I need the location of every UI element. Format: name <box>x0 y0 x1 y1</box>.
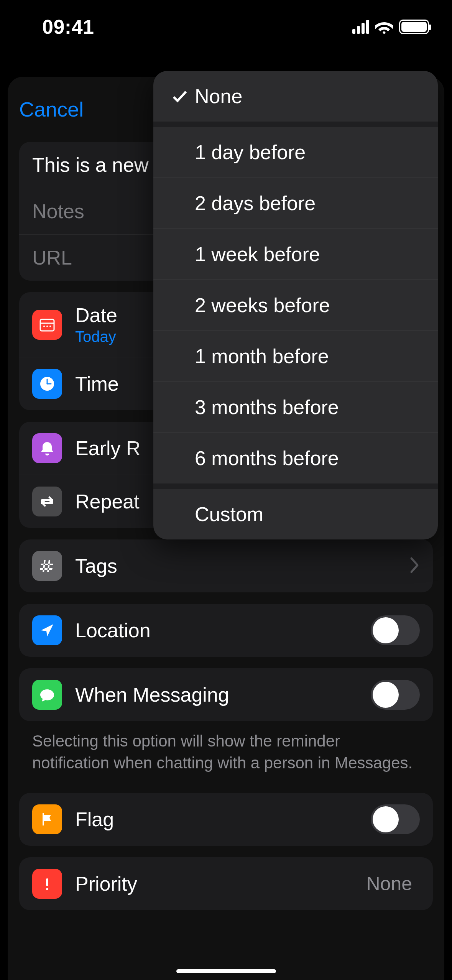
battery-icon <box>399 20 429 34</box>
priority-label: Priority <box>75 872 366 895</box>
location-row: Location <box>19 604 433 657</box>
messaging-label: When Messaging <box>75 683 371 706</box>
priority-group: Priority None <box>19 857 433 910</box>
cancel-button[interactable]: Cancel <box>19 97 84 121</box>
menu-option-label: 1 month before <box>195 345 329 368</box>
location-toggle[interactable] <box>371 615 420 645</box>
menu-option-1-month[interactable]: 1 month before <box>153 331 438 381</box>
messaging-footer-text: Selecting this option will show the remi… <box>19 721 433 774</box>
priority-value: None <box>366 873 412 895</box>
date-label: Date <box>75 304 117 327</box>
home-indicator[interactable] <box>176 969 276 973</box>
menu-option-label: Custom <box>195 503 263 526</box>
tags-label: Tags <box>75 554 409 577</box>
messages-icon <box>32 680 62 710</box>
messaging-group: When Messaging <box>19 668 433 721</box>
svg-point-9 <box>46 888 48 890</box>
menu-option-1-day[interactable]: 1 day before <box>153 127 438 178</box>
menu-option-1-week[interactable]: 1 week before <box>153 229 438 280</box>
flag-icon <box>32 804 62 834</box>
date-value: Today <box>75 328 117 345</box>
early-reminder-menu: None 1 day before 2 days before 1 week b… <box>153 71 438 539</box>
menu-option-label: None <box>195 85 242 108</box>
clock-icon <box>32 369 62 399</box>
tags-group: Tags <box>19 539 433 592</box>
screen: 09:41 Cancel This is a new Notes URL <box>0 0 452 980</box>
menu-option-2-weeks[interactable]: 2 weeks before <box>153 280 438 331</box>
menu-option-label: 6 months before <box>195 447 339 470</box>
menu-option-3-months[interactable]: 3 months before <box>153 382 438 432</box>
url-input[interactable]: URL <box>32 246 72 269</box>
location-arrow-icon <box>32 615 62 645</box>
menu-option-6-months[interactable]: 6 months before <box>153 433 438 483</box>
status-time: 09:41 <box>42 15 94 38</box>
menu-option-2-days[interactable]: 2 days before <box>153 178 438 229</box>
messaging-row: When Messaging <box>19 668 433 721</box>
svg-rect-0 <box>40 319 54 331</box>
calendar-icon <box>32 310 62 340</box>
repeat-icon <box>32 487 62 516</box>
tags-row[interactable]: Tags <box>19 539 433 592</box>
flag-group: Flag <box>19 793 433 846</box>
status-indicators <box>352 20 429 34</box>
messaging-toggle[interactable] <box>371 680 420 710</box>
menu-option-label: 1 week before <box>195 243 320 266</box>
priority-row[interactable]: Priority None <box>19 857 433 910</box>
svg-point-4 <box>49 326 51 327</box>
flag-label: Flag <box>75 808 371 831</box>
svg-point-3 <box>46 326 48 327</box>
hash-icon <box>32 551 62 581</box>
menu-option-custom[interactable]: Custom <box>153 489 438 539</box>
flag-row: Flag <box>19 793 433 846</box>
svg-point-2 <box>43 326 45 327</box>
menu-option-label: 3 months before <box>195 396 339 419</box>
notes-input[interactable]: Notes <box>32 200 84 223</box>
menu-option-label: 2 days before <box>195 192 316 215</box>
location-group: Location <box>19 604 433 657</box>
wifi-icon <box>375 20 393 34</box>
exclamation-icon <box>32 869 62 899</box>
menu-option-label: 2 weeks before <box>195 294 330 317</box>
chevron-right-icon <box>409 557 420 575</box>
flag-toggle[interactable] <box>371 804 420 834</box>
menu-option-label: 1 day before <box>195 141 306 164</box>
svg-rect-8 <box>46 878 48 886</box>
cellular-signal-icon <box>352 20 369 34</box>
bell-icon <box>32 433 62 463</box>
location-label: Location <box>75 619 371 642</box>
status-bar: 09:41 <box>0 0 452 54</box>
menu-option-none[interactable]: None <box>153 71 438 122</box>
title-input[interactable]: This is a new <box>32 153 148 176</box>
checkmark-icon <box>169 88 191 105</box>
